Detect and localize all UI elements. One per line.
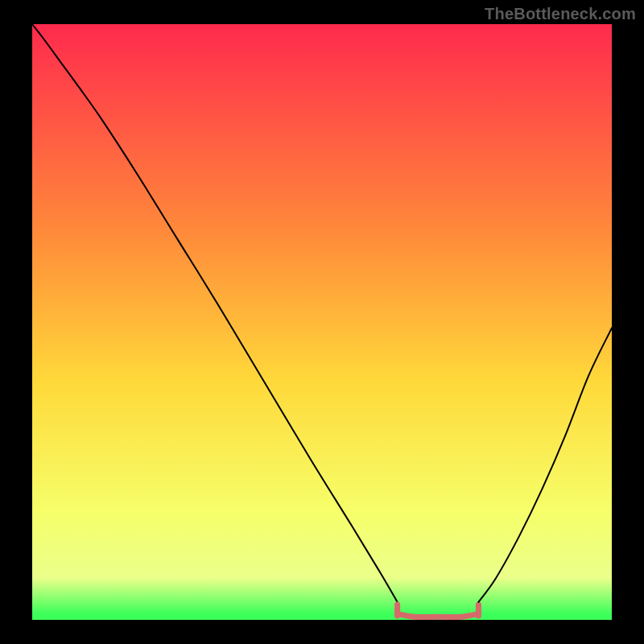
chart-background: [32, 24, 612, 620]
watermark-text: TheBottleneck.com: [485, 5, 636, 23]
bottleneck-chart: [32, 24, 612, 620]
chart-frame: TheBottleneck.com: [0, 0, 644, 644]
series-flat-segment: [398, 614, 479, 617]
